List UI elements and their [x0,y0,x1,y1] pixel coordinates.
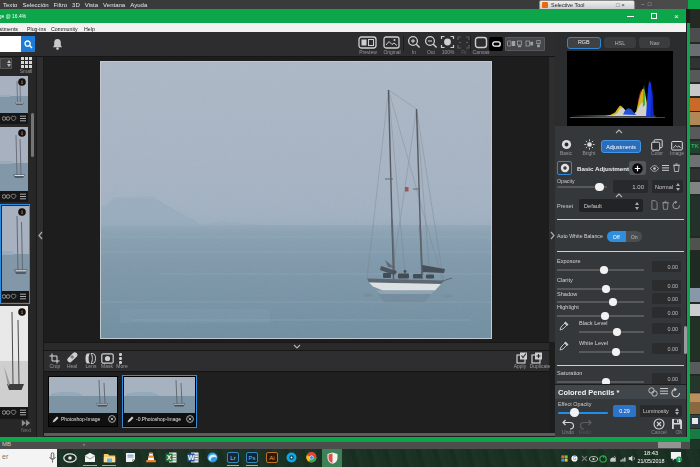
svg-text:Ps: Ps [248,455,255,461]
svg-text:G: G [573,456,577,461]
svg-text:W: W [188,454,195,461]
svg-text:Ai: Ai [269,455,274,461]
svg-text:Lr: Lr [230,455,235,461]
svg-text:1: 1 [678,457,681,463]
svg-text:X: X [167,454,172,461]
